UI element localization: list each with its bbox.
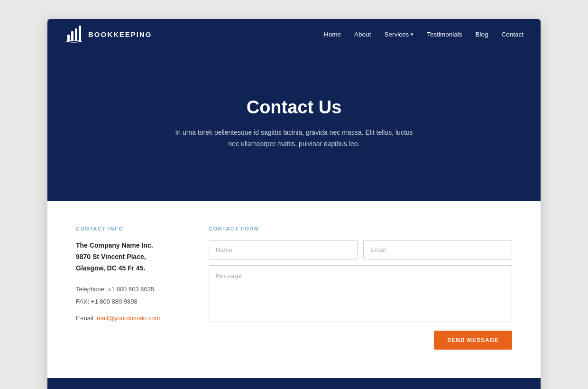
email-row: E-mail: mail@yourdomain.com <box>76 315 180 322</box>
dots-top-left <box>61 82 91 97</box>
hero-section: Contact Us In urna torek pellentesque id… <box>47 49 541 201</box>
nav-home[interactable]: Home <box>324 31 341 38</box>
footer: BOOKKEEPING Latest News Visit Us <box>47 378 541 389</box>
hero-subtitle: In urna torek pellentesque id sagittis l… <box>171 127 417 150</box>
logo-text: BOOKKEEPING <box>88 30 152 38</box>
svg-rect-1 <box>71 31 74 41</box>
navbar: BOOKKEEPING Home About Services Testimon… <box>47 19 541 49</box>
content-section: CONTACT INFO The Company Name Inc. 9870 … <box>47 201 541 378</box>
nav-testimonials[interactable]: Testimonials <box>427 31 462 38</box>
telephone: Telephone: +1 800 603 6035 <box>76 283 180 296</box>
name-input[interactable] <box>209 240 358 259</box>
fax: FAX: +1 800 889 9898 <box>76 296 180 308</box>
email-link[interactable]: mail@yourdomain.com <box>97 315 160 322</box>
send-message-button[interactable]: SEND MESSAGE <box>434 331 512 350</box>
nav-blog[interactable]: Blog <box>475 31 488 38</box>
nav-contact[interactable]: Contact <box>501 31 524 38</box>
nav-services[interactable]: Services <box>384 31 409 38</box>
svg-rect-2 <box>75 28 77 41</box>
hero-title: Contact Us <box>247 97 342 118</box>
dots-bottom-right <box>497 200 527 201</box>
nav-links: Home About Services Testimonials Blog Co… <box>324 30 524 38</box>
contact-info: CONTACT INFO The Company Name Inc. 9870 … <box>76 226 180 322</box>
contact-details: Telephone: +1 800 603 6035 FAX: +1 800 8… <box>76 283 180 308</box>
logo-icon <box>64 25 83 43</box>
svg-rect-0 <box>67 35 70 41</box>
contact-form-area: CONTACT FORM SEND MESSAGE <box>209 226 512 350</box>
contact-info-label: CONTACT INFO <box>76 226 180 232</box>
email-label: E-mail: <box>76 315 95 322</box>
svg-rect-3 <box>79 26 81 41</box>
contact-form-label: CONTACT FORM <box>209 226 512 232</box>
form-name-email-row <box>209 240 512 259</box>
btn-row: SEND MESSAGE <box>209 331 512 350</box>
message-textarea[interactable] <box>209 265 512 322</box>
nav-about[interactable]: About <box>354 31 371 38</box>
email-input[interactable] <box>363 240 512 259</box>
company-name: The Company Name Inc. 9870 St Vincent Pl… <box>76 240 180 274</box>
logo-link[interactable]: BOOKKEEPING <box>64 25 152 43</box>
browser-window: BOOKKEEPING Home About Services Testimon… <box>47 19 541 389</box>
